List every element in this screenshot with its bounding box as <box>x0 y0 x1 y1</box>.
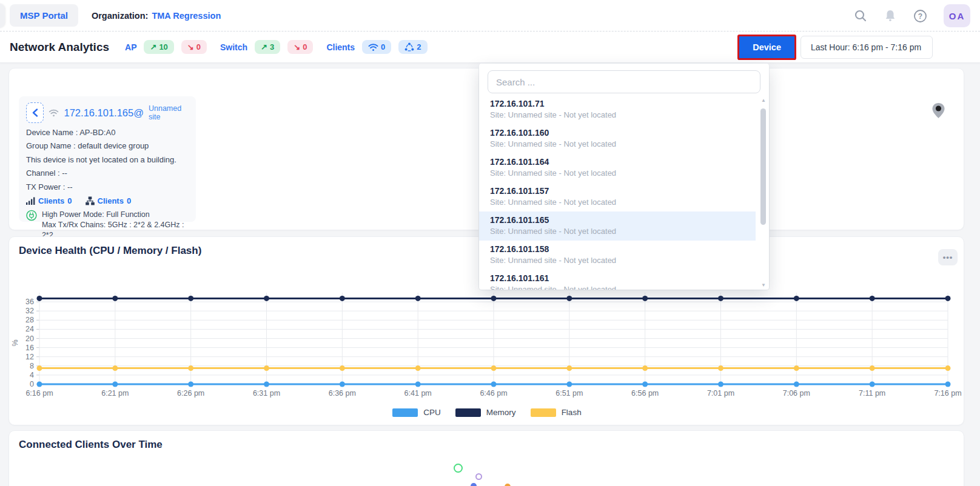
data-point-memory <box>188 296 193 301</box>
top-bar: MSP Portal Organization:TMA Regression ?… <box>0 0 980 32</box>
x-tick-label: 6:21 pm <box>101 389 129 398</box>
scroll-down-arrow-icon[interactable]: ▼ <box>761 282 766 288</box>
search-icon[interactable] <box>854 9 867 22</box>
legend-item-cpu[interactable]: CPU <box>392 408 441 417</box>
ap-up-count: 10 <box>159 42 167 52</box>
group-name-text: Group Name : default device group <box>26 141 189 150</box>
device-option-site: Site: Unnamed site - Not yet located <box>490 256 756 265</box>
switch-down-badge[interactable]: ↘︎0 <box>287 40 313 54</box>
x-tick-label: 7:01 pm <box>707 389 734 398</box>
x-tick-label: 6:41 pm <box>404 389 432 398</box>
loading-spinner-dot-orange <box>505 484 511 486</box>
data-point-memory <box>340 296 345 301</box>
y-tick-label: 4 <box>30 371 34 379</box>
wireless-clients-count: 0 <box>381 42 385 52</box>
y-tick-label: 16 <box>25 344 34 352</box>
data-point-memory <box>112 296 118 301</box>
x-tick-label: 6:36 pm <box>329 389 356 398</box>
data-point-memory <box>945 296 951 301</box>
data-point-cpu <box>37 382 42 387</box>
device-option-site: Site: Unnamed site - Not yet located <box>490 139 756 148</box>
device-selector-button[interactable]: Device <box>739 36 794 58</box>
device-health-chart[interactable]: 048121620242832366:16 pm6:21 pm6:26 pm6:… <box>9 272 965 402</box>
data-point-memory <box>718 296 723 301</box>
data-point-flash <box>642 365 648 371</box>
ap-stat-label[interactable]: AP <box>125 42 136 52</box>
device-option[interactable]: 172.16.101.157Site: Unnamed site - Not y… <box>479 182 756 211</box>
device-ip-link[interactable]: 172.16.101.165@ <box>64 107 144 119</box>
device-option[interactable]: 172.16.101.165Site: Unnamed site - Not y… <box>479 211 756 241</box>
toolbar-right: Device Last Hour: 6:16 pm - 7:16 pm <box>739 36 933 59</box>
scroll-up-arrow-icon[interactable]: ▲ <box>761 98 766 103</box>
legend-label: Flash <box>562 408 582 417</box>
power-plug-icon <box>26 210 37 221</box>
notifications-bell-icon[interactable] <box>884 9 897 22</box>
data-point-memory <box>491 296 497 301</box>
back-button[interactable] <box>26 102 44 123</box>
device-option-ip: 172.16.101.164 <box>490 157 756 167</box>
device-option-site: Site: Unnamed site - Not yet located <box>490 110 756 119</box>
msp-portal-button[interactable]: MSP Portal <box>10 4 78 27</box>
organization-name-link[interactable]: TMA Regression <box>152 11 221 21</box>
user-avatar[interactable]: OA <box>944 4 970 27</box>
drawer-handle[interactable] <box>0 4 5 28</box>
page-title: Network Analytics <box>10 41 109 54</box>
data-point-cpu <box>491 382 497 387</box>
clients-stat-label[interactable]: Clients <box>326 42 355 52</box>
chart-legend: CPUMemoryFlash <box>9 408 965 417</box>
time-range-picker[interactable]: Last Hour: 6:16 pm - 7:16 pm <box>800 36 933 59</box>
arrow-down-icon: ↘︎ <box>294 42 300 52</box>
clients-counters-row: Clients 0 Clients 0 <box>26 196 189 205</box>
device-search-input[interactable] <box>488 70 760 93</box>
connected-clients-panel: Connected Clients Over Time <box>8 430 964 486</box>
device-option[interactable]: 172.16.101.164Site: Unnamed site - Not y… <box>479 153 756 182</box>
data-point-flash <box>718 365 723 371</box>
x-tick-label: 6:31 pm <box>253 389 280 398</box>
switch-stat-label[interactable]: Switch <box>220 42 247 52</box>
dropdown-scrollbar-thumb[interactable] <box>760 108 766 225</box>
data-point-flash <box>264 365 269 371</box>
data-point-flash <box>945 365 951 371</box>
map-pin-icon[interactable] <box>931 102 945 121</box>
wired-clients-badge[interactable]: 2 <box>398 40 427 54</box>
y-tick-label: 0 <box>30 380 34 388</box>
device-option[interactable]: 172.16.101.161Site: Unnamed site - Not y… <box>479 270 756 290</box>
device-name-text: Device Name : AP-BD:A0 <box>26 128 189 137</box>
wireless-clients-count: 0 <box>67 196 72 205</box>
device-health-title: Device Health (CPU / Memory / Flash) <box>19 245 201 257</box>
device-option[interactable]: 172.16.101.160Site: Unnamed site - Not y… <box>479 124 756 153</box>
wired-clients-link[interactable]: Clients 0 <box>86 196 132 205</box>
device-option[interactable]: 172.16.101.158Site: Unnamed site - Not y… <box>479 241 756 270</box>
device-site-link[interactable]: Unnamed site <box>149 104 189 121</box>
y-tick-label: 24 <box>25 325 34 333</box>
dropdown-scrollbar-track[interactable] <box>760 105 766 283</box>
data-point-memory <box>264 296 269 301</box>
ap-down-badge[interactable]: ↘︎0 <box>181 40 207 54</box>
data-point-flash <box>415 365 421 371</box>
arrow-down-icon: ↘︎ <box>187 42 194 52</box>
x-tick-label: 6:16 pm <box>25 389 53 398</box>
wired-clients-count: 0 <box>127 196 131 205</box>
help-icon[interactable]: ? <box>913 9 927 23</box>
wired-clients-label: Clients <box>98 196 124 205</box>
legend-item-flash[interactable]: Flash <box>531 408 582 417</box>
data-point-flash <box>37 365 42 371</box>
mesh-icon <box>404 42 414 52</box>
legend-label: CPU <box>423 408 441 417</box>
x-tick-label: 6:26 pm <box>177 389 204 398</box>
switch-up-badge[interactable]: ↗︎3 <box>255 40 280 54</box>
device-option[interactable]: 172.16.101.71Site: Unnamed site - Not ye… <box>479 95 756 124</box>
legend-item-memory[interactable]: Memory <box>455 408 516 417</box>
device-option-ip: 172.16.101.165 <box>490 215 756 225</box>
location-note-text: This device is not yet located on a buil… <box>26 155 189 164</box>
ap-up-badge[interactable]: ↗︎10 <box>144 40 173 54</box>
data-point-flash <box>188 365 193 371</box>
panel-menu-icon[interactable]: ••• <box>938 249 958 265</box>
svg-text:?: ? <box>918 12 922 20</box>
wireless-clients-badge[interactable]: 0 <box>362 40 391 54</box>
data-point-cpu <box>415 382 421 387</box>
organization-label: Organization:TMA Regression <box>92 11 221 21</box>
x-tick-label: 6:46 pm <box>480 389 507 398</box>
signal-bars-icon <box>26 197 35 205</box>
wireless-clients-link[interactable]: Clients 0 <box>26 196 72 205</box>
